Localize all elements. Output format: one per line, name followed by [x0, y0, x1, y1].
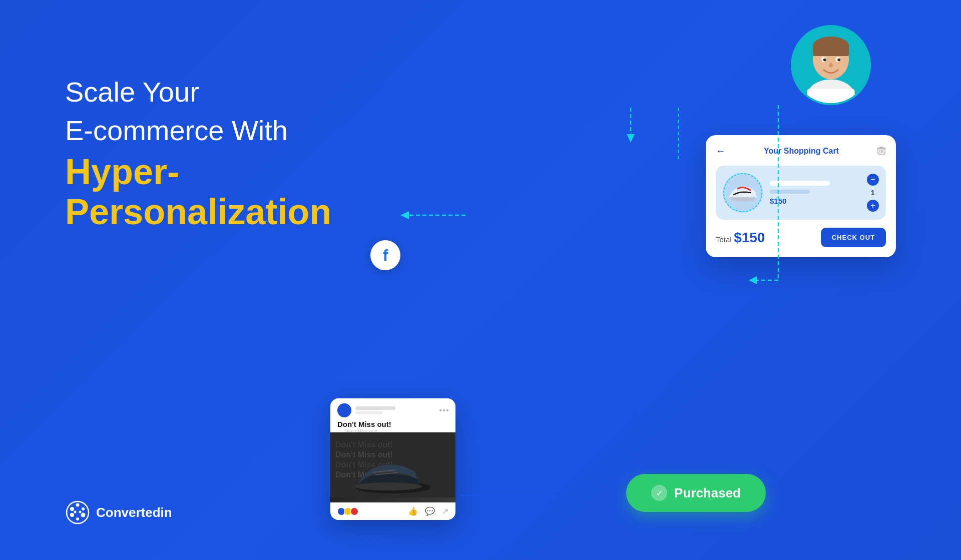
- hero-highlight-line1: Hyper-: [65, 152, 331, 192]
- avatar-svg: [793, 25, 869, 105]
- cart-item-price: $150: [770, 197, 860, 205]
- facebook-ad-card: Don't Miss out! Don't Miss out! Don't Mi…: [330, 398, 455, 520]
- fb-card-footer: 👍 💬 ↗: [330, 502, 455, 520]
- svg-marker-47: [548, 491, 557, 499]
- user-avatar: [791, 25, 871, 105]
- hero-subtitle-line2: E-commerce With: [65, 114, 331, 147]
- cart-item: $150 − 1 +: [716, 166, 886, 220]
- logo-icon: [65, 500, 90, 525]
- svg-point-5: [76, 517, 79, 520]
- svg-rect-13: [813, 44, 849, 56]
- svg-point-8: [79, 511, 82, 513]
- shopping-cart-card: ← Your Shopping Cart: [706, 135, 896, 257]
- logo: Convertedin: [65, 500, 172, 525]
- fb-ad-title: Don't Miss out!: [330, 420, 455, 429]
- cart-header: ← Your Shopping Cart: [716, 145, 886, 157]
- logo-text: Convertedin: [96, 505, 172, 520]
- svg-rect-19: [807, 89, 855, 104]
- purchased-label: Purchased: [674, 485, 741, 501]
- cart-shoe-icon: [723, 173, 763, 213]
- qty-number: 1: [871, 189, 875, 197]
- fb-comment-icon[interactable]: 💬: [425, 506, 435, 516]
- cart-item-details: $150: [770, 181, 860, 205]
- facebook-badge: f: [370, 240, 400, 270]
- svg-point-6: [70, 513, 74, 517]
- svg-point-7: [74, 511, 77, 513]
- svg-point-18: [829, 63, 833, 68]
- cart-total-label: Total: [716, 235, 732, 244]
- fb-share-icon[interactable]: ↗: [442, 506, 448, 516]
- hero-highlight-line2: Personalization: [65, 192, 331, 232]
- cart-back-button[interactable]: ←: [716, 145, 726, 157]
- qty-decrease-button[interactable]: −: [867, 174, 879, 186]
- fb-like-icon[interactable]: 👍: [408, 506, 418, 516]
- svg-point-1: [70, 507, 74, 511]
- fb-ad-shoe-svg: Don't Miss out! Don't Miss out! Don't Mi…: [330, 432, 455, 497]
- main-background: Scale Your E-commerce With Hyper- Person…: [0, 0, 961, 560]
- facebook-icon: f: [383, 246, 388, 265]
- qty-increase-button[interactable]: +: [867, 200, 879, 212]
- hero-subtitle-line1: Scale Your: [65, 75, 331, 109]
- fb-action-icons: 👍 💬 ↗: [408, 506, 448, 516]
- svg-point-17: [837, 59, 840, 62]
- checkout-button[interactable]: CHECK OUT: [821, 228, 886, 247]
- svg-marker-43: [749, 276, 757, 284]
- svg-point-4: [81, 513, 86, 517]
- fb-ad-image: Don't Miss out! Don't Miss out! Don't Mi…: [330, 437, 455, 502]
- cart-item-image: [723, 173, 763, 213]
- svg-point-2: [76, 503, 80, 507]
- cart-quantity-controls[interactable]: − 1 +: [867, 174, 879, 212]
- svg-point-3: [82, 507, 85, 510]
- cart-title: Your Shopping Cart: [726, 147, 877, 156]
- cart-item-desc-bar: [770, 190, 810, 194]
- svg-marker-39: [627, 134, 635, 143]
- cart-total-row: Total $150 CHECK OUT: [716, 228, 886, 247]
- purchased-check-icon: ✓: [651, 485, 667, 501]
- cart-trash-button[interactable]: [877, 146, 886, 157]
- svg-text:Don't Miss out!: Don't Miss out!: [335, 440, 393, 449]
- avatar-circle: [791, 25, 871, 105]
- reaction-dots: [337, 507, 358, 515]
- fb-more-options[interactable]: [439, 409, 448, 411]
- cart-total-amount: $150: [734, 230, 765, 245]
- purchased-button: ✓ Purchased: [626, 474, 766, 512]
- svg-point-16: [823, 59, 826, 62]
- fb-card-header: [330, 398, 455, 420]
- cart-item-name-bar: [770, 181, 830, 186]
- fb-profile-dot: [337, 403, 351, 417]
- svg-text:Don't Miss out!: Don't Miss out!: [335, 450, 393, 459]
- hero-section: Scale Your E-commerce With Hyper- Person…: [65, 75, 331, 232]
- svg-marker-45: [400, 211, 409, 219]
- svg-point-35: [354, 482, 422, 490]
